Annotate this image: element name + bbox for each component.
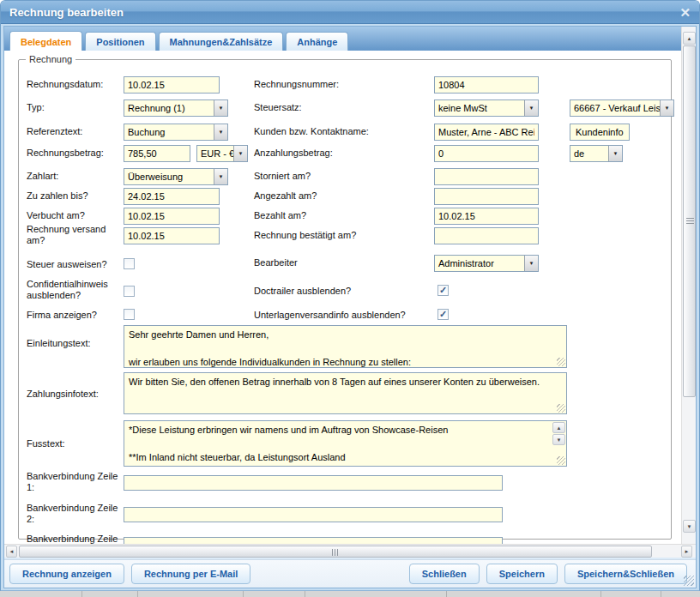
steuer-ausweisen-checkbox[interactable]	[124, 258, 135, 269]
close-button[interactable]: Schließen	[409, 564, 480, 584]
zahlungsinfotext-textarea[interactable]: Wir bitten Sie, den offenen Betrag inner…	[124, 372, 567, 414]
zu-zahlen-bis-label: Zu zahlen bis?	[27, 190, 121, 202]
firma-checkbox[interactable]	[124, 309, 135, 320]
bank2-input[interactable]	[124, 507, 503, 522]
dropdown-arrow-icon[interactable]: ▼	[524, 256, 538, 271]
rechnungsbetrag-input[interactable]	[124, 145, 190, 162]
textarea-resize-grip[interactable]	[557, 358, 565, 366]
steuersatz-label: Steuersatz:	[254, 102, 432, 113]
kontaktname-label: Kunden bzw. Kontaktname:	[254, 126, 432, 137]
scrollbar-left-icon[interactable]: ◄	[6, 546, 17, 558]
close-icon[interactable]: ✕	[679, 6, 691, 19]
confidential-checkbox[interactable]	[124, 286, 135, 297]
tab-mahnungen-zahlsaetze[interactable]: Mahnungen&Zahlsätze	[159, 32, 284, 51]
dialog-footer: Rechnung anzeigen Rechnung per E-Mail Sc…	[4, 559, 696, 588]
tab-belegdaten[interactable]: Belegdaten	[9, 31, 82, 51]
konto-dropdown[interactable]: 66667 - Verkauf Leistung ▼	[570, 100, 674, 117]
anzahlungsbetrag-input[interactable]	[434, 145, 539, 162]
zahlart-label: Zahlart:	[27, 171, 121, 182]
sprache-dropdown[interactable]: de ▼	[570, 145, 623, 162]
vertical-scrollbar-thumb[interactable]	[683, 45, 696, 397]
confidential-label: Confidentialhinweis ausblenden?	[27, 279, 121, 301]
unterlagen-checkbox[interactable]: ✓	[438, 309, 449, 320]
zahlart-dropdown[interactable]: Überweisung ▼	[124, 168, 228, 185]
scrollbar-down-icon[interactable]: ▼	[683, 520, 696, 533]
steuersatz-dropdown[interactable]: keine MwSt ▼	[434, 100, 539, 117]
referenztext-label: Referenztext:	[27, 126, 121, 137]
dialog-title: Rechnung bearbeiten	[9, 6, 124, 19]
steuer-ausweisen-label: Steuer ausweisen?	[27, 259, 121, 270]
email-invoice-button[interactable]: Rechnung per E-Mail	[131, 564, 250, 584]
show-invoice-button[interactable]: Rechnung anzeigen	[9, 564, 124, 584]
versand-input[interactable]	[124, 227, 220, 244]
bearbeiter-dropdown[interactable]: Administrator ▼	[434, 255, 539, 272]
waehrung-dropdown-value: EUR - €	[197, 146, 233, 161]
typ-dropdown[interactable]: Rechnung (1) ▼	[124, 100, 228, 117]
bestaetigt-label: Rechnung bestätigt am?	[254, 230, 432, 241]
grid-column-divider	[81, 591, 82, 597]
einleitungstext-label: Einleitungstext:	[27, 338, 121, 349]
dropdown-arrow-icon[interactable]: ▼	[214, 169, 227, 184]
referenztext-dropdown[interactable]: Buchung ▼	[124, 124, 228, 141]
bestaetigt-input[interactable]	[434, 227, 539, 244]
textarea-resize-grip[interactable]	[557, 456, 565, 465]
typ-label: Typ:	[27, 102, 121, 113]
scroll-down-icon[interactable]: ▼	[552, 434, 565, 445]
dropdown-arrow-icon[interactable]: ▼	[214, 100, 227, 116]
save-button[interactable]: Speichern	[486, 564, 558, 584]
typ-dropdown-value: Rechnung (1)	[124, 100, 214, 116]
save-and-close-button[interactable]: Speichern&Schließen	[564, 564, 687, 584]
horizontal-scrollbar[interactable]: ◄ ►	[4, 544, 696, 558]
dropdown-arrow-icon[interactable]: ▼	[660, 100, 673, 116]
bezahlt-input[interactable]	[434, 208, 539, 225]
scrollbar-up-icon[interactable]: ▲	[683, 32, 696, 45]
kundeninfo-button[interactable]: Kundeninfo	[570, 124, 630, 141]
verbucht-input[interactable]	[124, 208, 220, 225]
doctrailer-label: Doctrailer ausblenden?	[254, 286, 432, 297]
bezahlt-label: Bezahlt am?	[254, 210, 432, 221]
zu-zahlen-bis-input[interactable]	[124, 188, 220, 205]
grid-column-divider	[243, 591, 244, 597]
tab-anhaenge[interactable]: Anhänge	[286, 32, 348, 51]
rechnungsbetrag-label: Rechnungsbetrag:	[27, 148, 121, 159]
zahlungsinfotext-label: Zahlungsinfotext:	[27, 389, 121, 400]
dropdown-arrow-icon[interactable]: ▼	[233, 146, 247, 161]
textarea-resize-grip[interactable]	[557, 404, 565, 413]
dropdown-arrow-icon[interactable]: ▼	[608, 146, 622, 161]
unterlagen-label: Unterlagenversandinfo ausblenden?	[254, 310, 432, 321]
grid-column-divider	[446, 591, 447, 597]
bank3-input[interactable]	[124, 537, 503, 544]
screen: Rechnung bearbeiten ✕ Belegdaten Positio…	[0, 0, 700, 597]
waehrung-dropdown[interactable]: EUR - € ▼	[196, 145, 248, 162]
rechnungsnummer-input[interactable]	[434, 76, 539, 93]
dropdown-arrow-icon[interactable]: ▼	[214, 124, 227, 140]
rechnungsdatum-input[interactable]	[124, 76, 220, 93]
angezahlt-label: Angezahlt am?	[254, 190, 432, 202]
rechnungsdatum-label: Rechnungsdatum:	[27, 79, 121, 90]
einleitungstext-textarea[interactable]: Sehr geehrte Damen und Herren, wir erlau…	[124, 325, 567, 368]
window-resize-grip[interactable]	[684, 576, 694, 586]
bank1-label: Bankverbindung Zeile 1:	[27, 471, 121, 493]
bank1-input[interactable]	[124, 475, 503, 491]
tab-panel: Belegdaten Positionen Mahnungen&Zahlsätz…	[4, 27, 681, 544]
scrollbar-right-icon[interactable]: ►	[681, 546, 692, 558]
firma-label: Firma anzeigen?	[27, 310, 121, 321]
scrollbar-thumb-grip	[332, 549, 339, 556]
bearbeiter-dropdown-value: Administrator	[435, 256, 524, 271]
dropdown-arrow-icon[interactable]: ▼	[524, 100, 538, 116]
tab-positionen[interactable]: Positionen	[85, 32, 155, 51]
angezahlt-input[interactable]	[434, 188, 539, 205]
versand-label: Rechnung versand am?	[27, 224, 121, 246]
sprache-dropdown-value: de	[570, 146, 608, 161]
grid-column-divider	[305, 591, 305, 597]
vertical-scrollbar[interactable]: ▲ ▼	[681, 27, 696, 544]
horizontal-scrollbar-thumb[interactable]	[19, 546, 652, 558]
fusstext-textarea[interactable]: *Diese Leistung erbringen wir namens und…	[124, 420, 567, 467]
background-grid-strip	[0, 591, 700, 597]
steuersatz-dropdown-value: keine MwSt	[435, 100, 524, 116]
doctrailer-checkbox[interactable]: ✓	[438, 285, 449, 296]
storniert-input[interactable]	[434, 168, 539, 185]
kontaktname-input[interactable]	[434, 124, 539, 141]
grid-column-divider	[600, 591, 601, 597]
scroll-up-icon[interactable]: ▲	[552, 422, 565, 433]
